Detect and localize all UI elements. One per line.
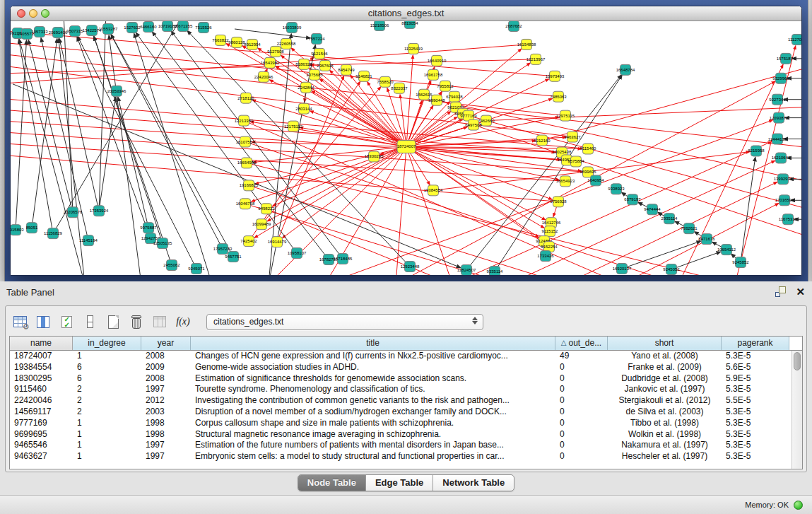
- graph-node-7955812[interactable]: 7955812: [437, 81, 454, 91]
- table-settings-icon[interactable]: ⚙: [11, 313, 28, 331]
- cell-out_degree[interactable]: 0: [555, 418, 608, 429]
- cell-title[interactable]: Disruption of a novel member of a sodium…: [191, 407, 555, 418]
- cell-name[interactable]: 9465546: [10, 440, 73, 451]
- graph-node-16654923[interactable]: 16654923: [556, 176, 575, 187]
- graph-node-13992971[interactable]: 13992971: [774, 174, 793, 185]
- tab-network-table[interactable]: Network Table: [433, 475, 514, 491]
- graph-node-12213967[interactable]: 12213967: [526, 54, 546, 64]
- cell-title[interactable]: Tourette syndrome. Phenomenology and cla…: [191, 384, 555, 395]
- graph-node-7515526[interactable]: 7515526: [195, 22, 212, 33]
- graph-node-9975887[interactable]: 9975887: [140, 223, 157, 233]
- column-header-in_degree[interactable]: in_degree: [73, 337, 141, 350]
- cell-pagerank[interactable]: 5.9E-5: [722, 373, 789, 385]
- cell-title[interactable]: Corpus callosum shape and size in male p…: [191, 418, 555, 429]
- new-document-icon[interactable]: [105, 313, 122, 331]
- graph-node-16154838[interactable]: 16154838: [517, 39, 536, 49]
- cell-in_degree[interactable]: 6: [73, 373, 141, 385]
- row-height-icon[interactable]: [81, 313, 98, 331]
- graph-node-2367608[interactable]: 2367608: [317, 60, 334, 71]
- graph-node-16210643[interactable]: 16210643: [772, 153, 791, 163]
- graph-node-85051[interactable]: 85051: [26, 223, 38, 233]
- graph-node-11145194[interactable]: 11145194: [79, 235, 98, 246]
- cell-year[interactable]: 2008: [141, 373, 191, 385]
- graph-node-1527602[interactable]: 1527602: [124, 22, 141, 33]
- graph-node-10553287[interactable]: 10553287: [99, 23, 118, 34]
- graph-node-7485063[interactable]: 7485063: [550, 91, 567, 102]
- cell-pagerank[interactable]: 5.3E-5: [722, 418, 789, 429]
- cell-in_degree[interactable]: 2: [73, 395, 141, 407]
- graph-node-12213389[interactable]: 12213389: [235, 115, 254, 126]
- cell-name[interactable]: 22420046: [10, 395, 73, 407]
- graph-node-16640910[interactable]: 16640910: [428, 55, 447, 66]
- cell-name[interactable]: 9115460: [10, 384, 73, 395]
- graph-node-11156829[interactable]: 11156829: [44, 228, 62, 239]
- table-row[interactable]: 2242004622012Investigating the contribut…: [10, 395, 792, 407]
- cell-pagerank[interactable]: 5.3E-5: [722, 407, 789, 418]
- graph-node-9915803[interactable]: 9915803: [11, 225, 24, 235]
- tab-node-table[interactable]: Node Table: [298, 475, 366, 491]
- column-header-pagerank[interactable]: pagerank: [722, 337, 789, 350]
- graph-node-2687682[interactable]: 2687682: [505, 21, 522, 31]
- graph-node-7557224[interactable]: 7557224: [308, 33, 325, 44]
- graph-node-9463627[interactable]: 9463627: [564, 132, 581, 142]
- cell-name[interactable]: 9777169: [10, 418, 73, 429]
- cell-in_degree[interactable]: 1: [73, 451, 141, 462]
- cell-short[interactable]: Dudbridge et al. (2008): [608, 373, 722, 385]
- graph-node-12093872[interactable]: 12093872: [770, 112, 789, 123]
- memory-status-indicator[interactable]: [794, 501, 803, 510]
- import-table-icon[interactable]: ✓✓: [58, 313, 75, 331]
- cell-pagerank[interactable]: 5.3E-5: [722, 384, 789, 395]
- table-row[interactable]: 946554611997Estimation of the future num…: [10, 440, 792, 451]
- cell-year[interactable]: 2008: [141, 351, 191, 362]
- graph-node-11675313[interactable]: 11675313: [779, 214, 798, 225]
- cell-name[interactable]: 9699695: [10, 429, 73, 440]
- cell-short[interactable]: Hescheler et al. (1997): [608, 451, 722, 462]
- graph-node-19384554[interactable]: 19384554: [424, 185, 443, 196]
- cell-year[interactable]: 1998: [141, 418, 191, 429]
- network-window[interactable]: citations_edges.txt 99137042405572410573…: [10, 6, 802, 276]
- cell-year[interactable]: 2012: [141, 395, 191, 407]
- graph-node-9329966[interactable]: 9329966: [772, 73, 789, 83]
- cell-name[interactable]: 18724007: [10, 351, 73, 362]
- graph-node-8322037[interactable]: 8322037: [391, 83, 408, 93]
- cell-out_degree[interactable]: 0: [555, 451, 608, 462]
- graph-node-16920137[interactable]: 16920137: [613, 264, 632, 274]
- citation-network-graph[interactable]: 9913704240557241057313206914069507315134…: [11, 21, 801, 275]
- minimize-traffic-light-icon[interactable]: [29, 9, 37, 18]
- graph-node-9146821[interactable]: 9146821: [355, 71, 372, 81]
- cell-in_degree[interactable]: 1: [73, 429, 141, 440]
- graph-node-17353924[interactable]: 17353924: [90, 206, 109, 216]
- cell-short[interactable]: Wolkin et al. (1998): [608, 429, 722, 440]
- cell-year[interactable]: 1998: [141, 429, 191, 440]
- cell-title[interactable]: Estimation of the future numbers of pati…: [191, 440, 555, 451]
- graph-node-18724007[interactable]: 18724007: [397, 141, 416, 153]
- cell-in_degree[interactable]: 2: [73, 407, 141, 418]
- cell-short[interactable]: Nakamura et al. (1997): [608, 440, 722, 451]
- cell-short[interactable]: Stergiakouli et al. (2012): [608, 395, 722, 407]
- cell-title[interactable]: Embryonic stem cells: a model to study s…: [191, 451, 555, 462]
- table-row[interactable]: 1456911722003Disruption of a novel membe…: [10, 407, 792, 418]
- cell-pagerank[interactable]: 5.6E-5: [722, 362, 789, 373]
- graph-node-2718126[interactable]: 2718126: [237, 93, 254, 103]
- graph-node-9245071[interactable]: 9245071: [188, 264, 205, 274]
- cell-title[interactable]: Genome-wide association studies in ADHD.: [191, 362, 555, 373]
- column-header-out_degree[interactable]: △out_de...: [555, 337, 608, 350]
- graph-node-8813054[interactable]: 8813054: [401, 21, 418, 28]
- graph-node-16671355[interactable]: 16671355: [174, 21, 193, 31]
- cell-short[interactable]: de Silva et al. (2003): [608, 407, 722, 418]
- cell-out_degree[interactable]: 0: [555, 440, 608, 451]
- cell-out_degree[interactable]: 0: [555, 373, 608, 385]
- cell-pagerank[interactable]: 5.3E-5: [722, 351, 789, 362]
- graph-node-9227341[interactable]: 9227341: [769, 94, 786, 105]
- cell-out_degree[interactable]: 49: [555, 351, 608, 362]
- network-canvas[interactable]: 9913704240557241057313206914069507315134…: [11, 21, 801, 275]
- cell-out_degree[interactable]: 0: [555, 395, 608, 407]
- cell-name[interactable]: 9463627: [10, 451, 73, 462]
- float-window-icon[interactable]: [775, 286, 786, 297]
- cell-out_degree[interactable]: 0: [555, 362, 608, 373]
- table-row[interactable]: 1872400712008Changes of HCN gene express…: [10, 351, 792, 362]
- cell-in_degree[interactable]: 1: [73, 440, 141, 451]
- graph-node-8454749[interactable]: 8454749: [338, 64, 355, 75]
- graph-node-9507315[interactable]: 9507315: [66, 25, 83, 36]
- graph-node-15751874[interactable]: 15751874: [777, 53, 796, 64]
